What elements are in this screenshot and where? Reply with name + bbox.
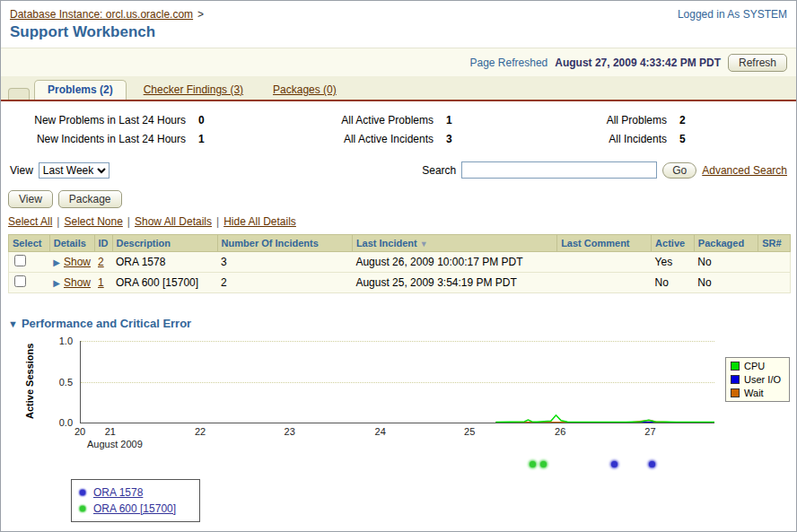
tab-packages-link[interactable]: Packages (0) bbox=[273, 83, 337, 96]
stat-all-problems: All Problems 2 bbox=[464, 114, 705, 126]
tab-checker-findings-link[interactable]: Checker Findings (3) bbox=[144, 83, 243, 96]
stat-label: All Problems bbox=[464, 114, 667, 126]
table-row: ▶Show 1 ORA 600 [15700] 2 August 25, 200… bbox=[9, 273, 791, 293]
collapse-section-icon[interactable]: ▼ bbox=[8, 318, 18, 329]
col-header-last-comment: Last Comment bbox=[557, 235, 652, 252]
select-cell bbox=[9, 252, 50, 273]
legend-swatch bbox=[731, 388, 740, 397]
incident-dot[interactable] bbox=[649, 461, 655, 467]
row-select-checkbox[interactable] bbox=[14, 255, 26, 266]
tab-problems[interactable]: Problems (2) bbox=[34, 80, 127, 100]
breadcrumb: Database Instance: orcl.us.oracle.com> bbox=[10, 8, 204, 21]
active-cell: Yes bbox=[652, 252, 695, 273]
logged-in-as: Logged in As SYSTEM bbox=[678, 8, 787, 21]
y-tick-label: 0.0 bbox=[59, 417, 73, 428]
last-comment-cell bbox=[557, 273, 652, 293]
incident-dot[interactable] bbox=[530, 461, 536, 467]
tab-strip: Problems (2) Checker Findings (3) Packag… bbox=[1, 76, 796, 101]
x-tick-label: 27 bbox=[644, 426, 655, 437]
page-refreshed-label: Page Refreshed bbox=[470, 57, 548, 69]
chart-legend-item: Wait bbox=[731, 388, 781, 398]
breadcrumb-database-instance-link[interactable]: Database Instance: orcl.us.oracle.com bbox=[10, 8, 193, 21]
hide-all-details-link[interactable]: Hide All Details bbox=[223, 215, 296, 228]
x-tick-label: 24 bbox=[375, 426, 386, 437]
tab-spacer bbox=[8, 88, 30, 100]
view-button[interactable]: View bbox=[8, 190, 53, 208]
page-refreshed-timestamp: August 27, 2009 4:33:42 PM PDT bbox=[555, 57, 721, 69]
select-all-link[interactable]: Select All bbox=[8, 215, 52, 228]
x-tick-label: 21 bbox=[105, 426, 116, 437]
chart-plot bbox=[80, 341, 714, 423]
summary-stats: New Problems in Last 24 Hours 0 New Inci… bbox=[1, 101, 796, 154]
problem-id-link[interactable]: 1 bbox=[98, 276, 104, 289]
filter-bar: View Last Week Search Go Advanced Search bbox=[1, 154, 796, 185]
chart-x-axis: 2021222324252627 bbox=[80, 426, 714, 439]
row-select-checkbox[interactable] bbox=[14, 275, 26, 287]
sort-descending-icon[interactable]: ▼ bbox=[420, 240, 428, 249]
chart-legend-item: User I/O bbox=[731, 374, 781, 385]
package-button[interactable]: Package bbox=[58, 190, 122, 208]
col-header-sr-number: SR# bbox=[758, 235, 791, 252]
incident-legend-dot bbox=[80, 490, 85, 495]
incident-dot[interactable] bbox=[540, 461, 547, 467]
refresh-bar: Page Refreshed August 27, 2009 4:33:42 P… bbox=[1, 48, 796, 76]
incident-legend-item: ORA 600 [15700] bbox=[80, 501, 191, 517]
chart-legend-item: CPU bbox=[731, 361, 781, 371]
problem-id-link[interactable]: 2 bbox=[98, 256, 104, 268]
performance-chart: Active Sessions 1.00.50.0 20212223242526… bbox=[1, 337, 796, 454]
advanced-search-link[interactable]: Advanced Search bbox=[702, 164, 787, 177]
col-header-active: Active bbox=[652, 235, 695, 252]
show-details-link[interactable]: Show bbox=[64, 276, 91, 289]
legend-label: Wait bbox=[744, 388, 764, 398]
legend-label: CPU bbox=[744, 361, 765, 371]
sr-cell bbox=[758, 252, 791, 273]
id-cell: 1 bbox=[94, 273, 112, 293]
x-tick-label: 22 bbox=[195, 426, 206, 437]
expand-row-icon[interactable]: ▶ bbox=[53, 257, 60, 267]
sr-cell bbox=[758, 273, 791, 293]
search-label: Search bbox=[422, 164, 456, 177]
incident-count-cell: 3 bbox=[217, 252, 352, 273]
y-tick-label: 0.5 bbox=[59, 377, 73, 388]
incident-legend-dot bbox=[80, 506, 85, 511]
description-cell: ORA 600 [15700] bbox=[112, 273, 217, 293]
go-button[interactable]: Go bbox=[662, 162, 696, 179]
details-cell: ▶Show bbox=[49, 252, 94, 273]
show-details-link[interactable]: Show bbox=[64, 256, 91, 268]
stat-active-problems: All Active Problems 1 bbox=[232, 114, 464, 126]
show-all-details-link[interactable]: Show All Details bbox=[135, 215, 212, 228]
refresh-button[interactable]: Refresh bbox=[728, 54, 787, 72]
legend-label: User I/O bbox=[744, 374, 781, 385]
stat-value: 5 bbox=[679, 133, 686, 145]
incident-dot[interactable] bbox=[611, 461, 617, 467]
x-tick-label: 20 bbox=[74, 426, 85, 437]
top-bar: Database Instance: orcl.us.oracle.com> L… bbox=[1, 1, 796, 22]
expand-row-icon[interactable]: ▶ bbox=[53, 278, 60, 288]
search-input[interactable] bbox=[461, 161, 657, 179]
stat-value: 1 bbox=[446, 114, 452, 126]
col-header-last-incident[interactable]: Last Incident▼ bbox=[352, 235, 556, 252]
select-none-link[interactable]: Select None bbox=[64, 215, 122, 228]
col-header-packaged: Packaged bbox=[694, 235, 758, 252]
perf-section-title: Performance and Critical Error bbox=[22, 317, 191, 330]
stat-label: All Incidents bbox=[464, 133, 667, 145]
chart-y-axis: 1.00.50.0 bbox=[1, 341, 76, 423]
chart-series-svg bbox=[81, 341, 714, 423]
view-period-select[interactable]: Last Week bbox=[39, 162, 109, 179]
incident-legend-link[interactable]: ORA 1578 bbox=[93, 486, 143, 499]
chart-legend: CPUUser I/OWait bbox=[725, 357, 790, 402]
incident-dots bbox=[80, 458, 714, 472]
last-incident-cell: August 25, 2009 3:54:19 PM PDT bbox=[352, 273, 556, 293]
stat-new-problems: New Problems in Last 24 Hours 0 bbox=[8, 114, 232, 126]
incident-legend: ORA 1578ORA 600 [15700] bbox=[71, 479, 200, 522]
incident-legend-link[interactable]: ORA 600 [15700] bbox=[93, 502, 176, 515]
separator: | bbox=[57, 215, 59, 228]
stat-value: 2 bbox=[679, 114, 686, 126]
col-header-last-incident-label: Last Incident bbox=[356, 238, 417, 249]
col-header-details: Details bbox=[49, 235, 94, 252]
last-incident-cell: August 26, 2009 10:00:17 PM PDT bbox=[352, 252, 556, 273]
col-header-number-of-incidents: Number Of Incidents bbox=[217, 235, 352, 252]
packaged-cell: No bbox=[694, 252, 758, 273]
breadcrumb-arrow-icon: > bbox=[197, 8, 204, 21]
stat-label: All Active Incidents bbox=[232, 133, 434, 145]
